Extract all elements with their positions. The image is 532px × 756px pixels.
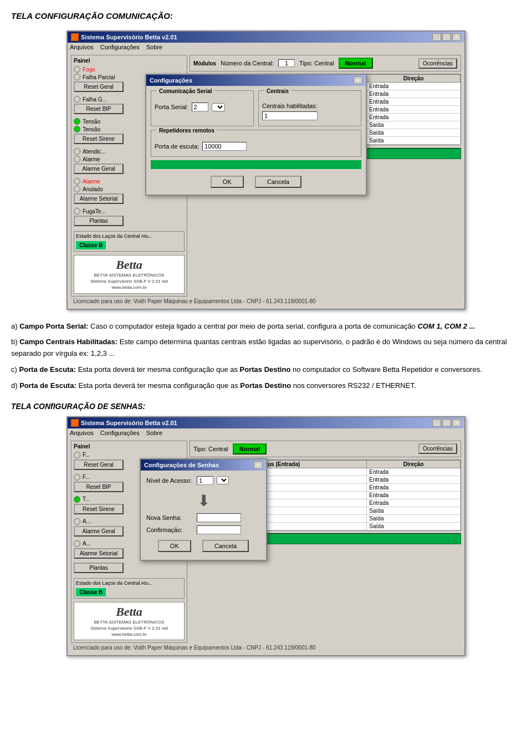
radio-tensao1: [74, 118, 80, 125]
text-d-bold: Porta de Escuta:: [19, 381, 76, 390]
radio-atendic: [74, 148, 80, 155]
text-d-bold2: Portas Destino: [240, 381, 291, 390]
menu-configuracoes-2[interactable]: Configurações: [100, 430, 140, 436]
dialog-senhas: Configurações de Senhas × Nível de Acess…: [140, 458, 267, 561]
status-fogo-2: F...: [74, 452, 185, 458]
status-fugate-label: FugaTe...: [83, 208, 106, 214]
numero-input[interactable]: [278, 59, 295, 67]
radio-falha-parcial: [74, 74, 80, 80]
app-icon-2: [71, 419, 79, 427]
repetidores-section: Repetidores remotos Porta de escuta:: [151, 130, 361, 157]
ok-btn-1[interactable]: OK: [211, 176, 244, 188]
text-d-body2: nos conversores RS232 / ETHERNET.: [293, 381, 416, 390]
cell-direcao: Saída: [367, 121, 461, 129]
classe-b: Classe B: [76, 241, 106, 249]
centrais-input[interactable]: [262, 111, 318, 120]
page-title-2: TELA CONfIGURAÇÃO DE SENHAS:: [11, 402, 521, 411]
menu-sobre[interactable]: Sobre: [146, 44, 162, 50]
porta-escuta-input[interactable]: [202, 142, 247, 151]
estado-box-2: Estado dos Laços da Central Atu... Class…: [74, 578, 185, 599]
nivel-input[interactable]: [197, 476, 213, 485]
maximize-btn-2[interactable]: □: [442, 419, 451, 427]
close-btn[interactable]: ×: [452, 33, 461, 41]
radio-alarme2: [74, 178, 80, 185]
cell-direcao: Entrada: [367, 476, 461, 483]
text-b-label: b): [11, 338, 19, 346]
nova-senha-input[interactable]: [197, 513, 241, 522]
centrais-section: Centrais Centrais habilitadas:: [258, 90, 361, 126]
dialog-senhas-close-btn[interactable]: ×: [254, 461, 263, 469]
menu-arquivos[interactable]: Arquivos: [70, 44, 94, 50]
nivel-select[interactable]: ▼: [217, 476, 229, 484]
normal-btn-2[interactable]: Normal: [233, 443, 267, 454]
reset-sirene-btn-2[interactable]: Reset Sirene: [74, 504, 124, 514]
plantas-btn[interactable]: Plantas: [74, 216, 124, 226]
app-icon: [71, 33, 79, 41]
menu-sobre-2[interactable]: Sobre: [146, 430, 162, 436]
cell-direcao: Entrada: [367, 106, 461, 114]
ocorrencias-btn[interactable]: Ocorrências: [418, 58, 457, 69]
status-fogo: Fogo: [74, 66, 185, 73]
arrow-down-icon: ⬇: [146, 488, 260, 513]
reset-sirene-btn[interactable]: Reset Sirene: [74, 134, 124, 144]
radio-a2-2: [74, 540, 80, 547]
cancela-btn-1[interactable]: Cancela: [255, 176, 301, 188]
centrais-label: Centrais habilitadas:: [262, 103, 318, 109]
reset-geral-btn[interactable]: Reset Geral: [74, 81, 124, 92]
reset-bip-btn[interactable]: Reset BIP: [74, 104, 124, 114]
status-a2-2-label: A...: [83, 540, 91, 546]
logo-system-2: Sistema Supervisório SSB-F V 2.01 net: [76, 625, 182, 631]
col-direcao-2: Direção: [367, 460, 461, 468]
cell-direcao: Entrada: [367, 483, 461, 491]
minimize-btn[interactable]: _: [432, 33, 441, 41]
menu-arquivos-2[interactable]: Arquivos: [70, 430, 94, 436]
cell-direcao: Entrada: [367, 114, 461, 121]
titlebar-1: Sistema Supervisório Betta v2.01 _ □ ×: [68, 32, 464, 43]
alarme-setorial-btn-2[interactable]: Alarme Setorial: [74, 548, 124, 559]
text-d: d) Porta de Escuta: Esta porta deverá te…: [11, 380, 521, 392]
text-a-body: Caso o computador esteja ligado a centra…: [90, 322, 417, 330]
dialog-close-btn[interactable]: ×: [354, 76, 362, 84]
alarme-geral-btn-2[interactable]: Alarme Geral: [74, 526, 124, 537]
tipo-label-2: Tipo: Central: [193, 446, 228, 452]
panel-label-2: Painel: [74, 443, 185, 449]
dialog-title-2: Configurações de Senhas: [144, 462, 219, 468]
window-2: Sistema Supervisório Betta v2.01 _ □ × A…: [66, 416, 466, 657]
numero-label: Número da Central:: [221, 60, 274, 67]
alarme-setorial-btn[interactable]: Alarme Setorial: [74, 193, 124, 204]
minimize-btn-2[interactable]: _: [432, 419, 441, 427]
text-c: c) Porta de Escuta: Esta porta deverá te…: [11, 364, 521, 376]
porta-serial-input[interactable]: [192, 103, 208, 111]
status-tensao2-label: Tensão: [83, 126, 100, 132]
alarme-geral-btn[interactable]: Alarme Geral: [74, 164, 124, 174]
ok-btn-2[interactable]: OK: [158, 540, 191, 552]
reset-bip-btn-2[interactable]: Reset BIP: [74, 482, 124, 492]
porta-serial-select[interactable]: ▼: [212, 103, 225, 111]
cell-direcao: Entrada: [367, 491, 461, 499]
ocorrencias-btn-2[interactable]: Ocorrências: [418, 443, 457, 454]
text-c-label: c): [11, 365, 19, 374]
plantas-btn-2[interactable]: Plantas: [74, 563, 124, 573]
status-anulado-label: Anulado: [83, 186, 103, 192]
estado-label: Estado dos Laços da Central Atu...: [76, 233, 182, 239]
cancela-btn-2[interactable]: Cancela: [202, 540, 249, 552]
maximize-btn[interactable]: □: [442, 33, 451, 41]
text-c-body: Esta porta deverá ter mesma configuração…: [78, 365, 240, 374]
cell-direcao: Saída: [367, 522, 461, 530]
text-b: b) Campo Centrais Habilitadas: Este camp…: [11, 336, 521, 360]
radio-2-2: [74, 474, 80, 481]
cell-direcao: Entrada: [367, 98, 461, 106]
status-alarme1-label: Alarme: [83, 156, 100, 162]
close-btn-2[interactable]: ×: [452, 419, 461, 427]
reset-geral-btn-2[interactable]: Reset Geral: [74, 459, 124, 470]
dialog-configuracoes: Configurações × Comunicação Serial Porta…: [145, 74, 367, 196]
serial-title: Comunicação Serial: [157, 88, 214, 94]
menu-configuracoes[interactable]: Configurações: [100, 44, 140, 50]
centrais-row: Centrais habilitadas:: [262, 103, 357, 109]
titlebar-left-2: Sistema Supervisório Betta v2.01: [71, 419, 177, 427]
status-2-2-label: F...: [83, 474, 90, 480]
dialog-buttons-1: OK Cancela: [151, 173, 361, 190]
confirmacao-input[interactable]: [197, 525, 241, 534]
normal-btn[interactable]: Normal: [339, 58, 373, 69]
nivel-label: Nível de Acesso:: [146, 477, 193, 484]
